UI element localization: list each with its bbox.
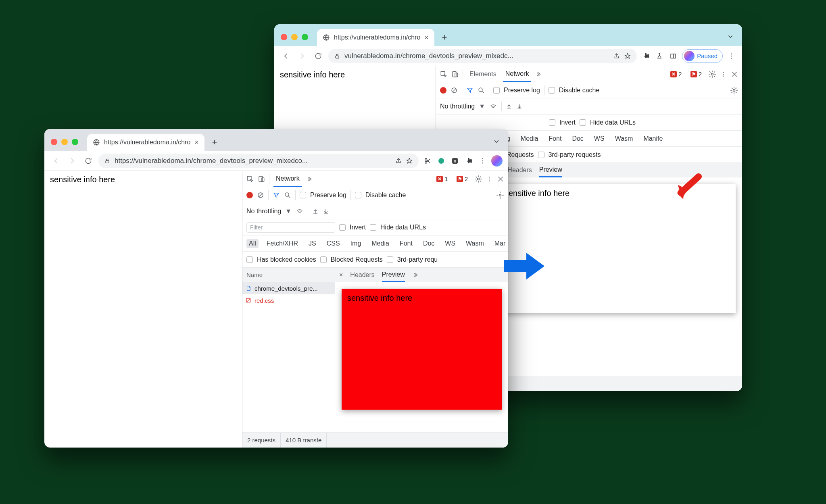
kebab-icon[interactable] — [478, 156, 487, 166]
subtab-headers[interactable]: Headers — [507, 163, 532, 177]
tab-elements[interactable]: Elements — [467, 66, 499, 82]
browser-tab[interactable]: https://vulnerabledoma.in/chro × — [87, 134, 204, 151]
ext-icon-2[interactable]: n — [450, 156, 460, 166]
dropdown-icon[interactable]: ▼ — [479, 103, 485, 110]
thirdparty-checkbox[interactable] — [538, 152, 544, 158]
clear-icon[interactable] — [451, 87, 458, 94]
type-pill[interactable]: Doc — [421, 239, 437, 248]
close-window-icon[interactable] — [281, 34, 287, 40]
subtab-headers[interactable]: Headers — [350, 268, 374, 282]
search-icon[interactable] — [478, 87, 485, 94]
tab-network[interactable]: Network — [273, 171, 302, 187]
type-pill[interactable]: Media — [518, 134, 541, 143]
disable-cache-checkbox[interactable] — [355, 192, 361, 198]
flask-icon[interactable] — [655, 51, 664, 61]
back-button[interactable] — [280, 50, 292, 62]
throttling-select[interactable]: No throttling — [246, 208, 281, 215]
inspect-icon[interactable] — [440, 71, 447, 78]
wifi-icon[interactable] — [489, 103, 497, 110]
issue-badge[interactable]: ⚑2 — [454, 175, 470, 183]
extensions-icon[interactable] — [641, 51, 651, 61]
clear-icon[interactable] — [257, 192, 264, 199]
tab-overflow-icon[interactable] — [727, 33, 734, 40]
type-pill[interactable]: Wasm — [613, 134, 636, 143]
type-pill[interactable]: Media — [369, 239, 392, 248]
star-icon[interactable] — [624, 52, 631, 60]
wifi-icon[interactable] — [296, 208, 304, 215]
type-pill[interactable]: CSS — [324, 239, 342, 248]
share-icon[interactable] — [613, 53, 620, 59]
subtab-preview[interactable]: Preview — [382, 268, 405, 282]
forward-button[interactable] — [66, 155, 78, 167]
new-tab-button[interactable]: + — [208, 135, 221, 149]
window-controls[interactable] — [281, 34, 308, 40]
forward-button[interactable] — [296, 50, 308, 62]
hide-data-checkbox[interactable] — [370, 224, 376, 231]
close-window-icon[interactable] — [51, 139, 57, 145]
minimize-window-icon[interactable] — [61, 139, 68, 145]
filter-icon[interactable] — [273, 192, 280, 199]
tab-overflow-icon[interactable] — [493, 138, 500, 145]
filter-input[interactable]: Filter — [246, 222, 335, 233]
gear-icon[interactable] — [474, 175, 482, 183]
error-badge[interactable]: ✕2 — [668, 71, 684, 78]
minimize-window-icon[interactable] — [291, 34, 298, 40]
disable-cache-checkbox[interactable] — [549, 87, 555, 94]
record-icon[interactable] — [246, 192, 253, 198]
more-subtabs-icon[interactable] — [412, 272, 419, 278]
close-devtools-icon[interactable] — [731, 71, 738, 78]
error-badge[interactable]: ✕1 — [434, 175, 450, 183]
type-pill[interactable]: WS — [592, 134, 607, 143]
window-controls[interactable] — [51, 139, 78, 145]
request-row[interactable]: chrome_devtools_pre... — [242, 282, 335, 294]
invert-checkbox[interactable] — [549, 119, 555, 126]
share-icon[interactable] — [395, 158, 402, 164]
gear-icon[interactable] — [708, 70, 716, 78]
ext-icon-1[interactable] — [436, 156, 446, 166]
address-bar[interactable]: vulnerabledoma.in/chrome_devtools_previe… — [328, 49, 637, 63]
browser-tab[interactable]: https://vulnerabledoma.in/chro × — [317, 29, 434, 46]
preserve-log-checkbox[interactable] — [493, 87, 500, 94]
upload-icon[interactable] — [312, 208, 319, 215]
issue-badge[interactable]: ⚑2 — [688, 71, 704, 78]
hide-data-checkbox[interactable] — [580, 119, 586, 126]
tab-close-icon[interactable]: × — [194, 138, 199, 147]
throttling-select[interactable]: No throttling — [440, 103, 475, 110]
tab-close-icon[interactable]: × — [424, 33, 429, 42]
more-tabs-icon[interactable] — [535, 71, 542, 77]
extensions-icon[interactable] — [464, 156, 473, 166]
type-pill[interactable]: Fetch/XHR — [264, 239, 300, 248]
avatar-icon[interactable] — [491, 155, 503, 167]
type-pill[interactable]: Doc — [569, 134, 586, 143]
blocked-req-checkbox[interactable] — [320, 256, 327, 263]
panel-icon[interactable] — [668, 51, 678, 61]
preserve-log-checkbox[interactable] — [300, 192, 306, 198]
dropdown-icon[interactable]: ▼ — [285, 208, 292, 215]
star-icon[interactable] — [406, 157, 413, 165]
back-button[interactable] — [50, 155, 62, 167]
filter-icon[interactable] — [466, 87, 473, 94]
reload-button[interactable] — [312, 50, 324, 62]
inspect-icon[interactable] — [246, 175, 254, 183]
tab-network[interactable]: Network — [503, 67, 532, 82]
new-tab-button[interactable]: + — [438, 31, 451, 44]
gear-icon[interactable] — [730, 86, 738, 94]
gear-icon[interactable] — [496, 191, 504, 199]
type-pill[interactable]: JS — [306, 239, 319, 248]
search-icon[interactable] — [284, 192, 291, 199]
thirdparty-checkbox[interactable] — [387, 256, 393, 263]
type-pill[interactable]: WS — [442, 239, 458, 248]
maximize-window-icon[interactable] — [302, 34, 308, 40]
type-pill[interactable]: Mar — [492, 239, 508, 248]
record-icon[interactable] — [440, 87, 446, 94]
type-pill[interactable]: Font — [546, 134, 564, 143]
close-devtools-icon[interactable] — [497, 175, 504, 183]
download-icon[interactable] — [323, 208, 329, 215]
type-pill[interactable]: Font — [397, 239, 415, 248]
request-row[interactable]: red.css — [242, 294, 335, 306]
more-tabs-icon[interactable] — [306, 176, 313, 182]
kebab-icon[interactable] — [486, 176, 493, 182]
download-icon[interactable] — [516, 103, 523, 110]
invert-checkbox[interactable] — [339, 224, 346, 231]
kebab-icon[interactable] — [727, 51, 736, 61]
